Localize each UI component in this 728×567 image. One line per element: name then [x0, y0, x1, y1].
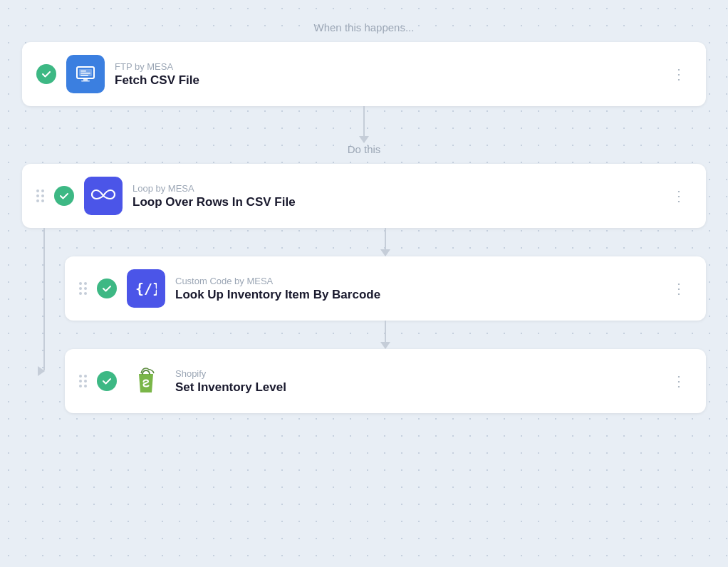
- code-menu-button[interactable]: ⋮: [666, 277, 692, 300]
- loop-card-content: Loop by MESA Loop Over Rows In CSV File: [132, 183, 656, 209]
- arrow-3: [380, 321, 390, 349]
- shopify-check-icon: [102, 376, 112, 386]
- loop-bracket-arrow: [38, 366, 45, 376]
- code-icon-svg: {/}: [135, 281, 157, 296]
- svg-rect-3: [81, 80, 90, 82]
- workflow-container: When this happens... FTP: [22, 21, 706, 413]
- fetch-subtitle: FTP by MESA: [115, 61, 656, 72]
- ftp-icon-svg: [74, 63, 97, 85]
- arrow-2: [380, 228, 390, 256]
- check-icon: [41, 69, 51, 79]
- arrow-line-1: [363, 106, 365, 136]
- do-this-label: Do this: [348, 143, 381, 155]
- fetch-card[interactable]: FTP by MESA Fetch CSV File ⋮: [22, 42, 706, 106]
- ftp-icon: [66, 55, 105, 93]
- loop-menu-button[interactable]: ⋮: [666, 184, 692, 207]
- fetch-title: Fetch CSV File: [115, 73, 656, 88]
- arrow-head-1: [359, 136, 369, 143]
- code-check-icon: [102, 284, 112, 293]
- arrow-line-2: [385, 228, 386, 249]
- shopify-menu-button[interactable]: ⋮: [666, 370, 692, 392]
- shopify-card[interactable]: Shopify Set Inventory Level ⋮: [65, 349, 706, 413]
- code-card[interactable]: {/} Custom Code by MESA Look Up Inventor…: [65, 256, 706, 321]
- code-check-badge: [97, 279, 117, 298]
- code-icon: {/}: [127, 269, 165, 308]
- svg-rect-4: [80, 71, 86, 72]
- shopify-icon: [127, 362, 165, 400]
- shopify-title: Set Inventory Level: [175, 380, 656, 395]
- svg-rect-5: [80, 73, 90, 74]
- loop-subtitle: Loop by MESA: [132, 183, 656, 194]
- svg-rect-6: [80, 75, 88, 76]
- loop-bracket-line: [43, 228, 45, 370]
- code-drag-handle[interactable]: [79, 282, 87, 295]
- shopify-icon-svg: [127, 362, 165, 400]
- shopify-card-content: Shopify Set Inventory Level: [175, 368, 656, 395]
- loop-inner-content: {/} Custom Code by MESA Look Up Inventor…: [65, 228, 706, 413]
- when-label: When this happens...: [314, 21, 415, 33]
- shopify-check-badge: [97, 371, 117, 391]
- loop-icon: [84, 177, 123, 215]
- fetch-check-badge: [36, 64, 56, 84]
- loop-check-badge: [54, 186, 74, 206]
- loop-card[interactable]: Loop by MESA Loop Over Rows In CSV File …: [22, 164, 706, 228]
- svg-text:{/}: {/}: [135, 281, 157, 296]
- loop-check-icon: [59, 191, 69, 201]
- fetch-menu-button[interactable]: ⋮: [666, 63, 692, 85]
- shopify-drag-handle[interactable]: [79, 375, 87, 387]
- code-subtitle: Custom Code by MESA: [175, 276, 656, 286]
- shopify-subtitle: Shopify: [175, 368, 656, 379]
- arrow-line-3: [385, 321, 386, 342]
- svg-rect-2: [83, 78, 88, 80]
- loop-title: Loop Over Rows In CSV File: [132, 195, 656, 209]
- arrow-head-2: [380, 249, 390, 256]
- loop-children-section: {/} Custom Code by MESA Look Up Inventor…: [22, 228, 706, 413]
- loop-drag-handle[interactable]: [36, 189, 44, 202]
- fetch-card-content: FTP by MESA Fetch CSV File: [115, 61, 656, 88]
- arrow-head-3: [380, 342, 390, 349]
- code-title: Look Up Inventory Item By Barcode: [175, 288, 656, 302]
- code-card-content: Custom Code by MESA Look Up Inventory It…: [175, 276, 656, 302]
- loop-icon-svg: [91, 188, 115, 204]
- arrow-1: [359, 106, 369, 143]
